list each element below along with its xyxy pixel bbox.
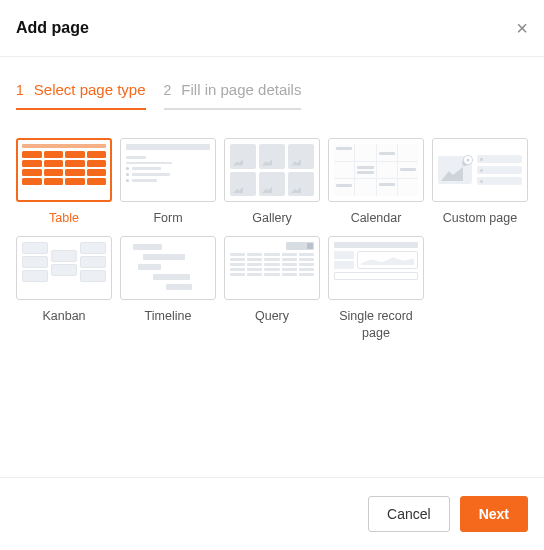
form-icon (120, 138, 216, 202)
option-label: Single record page (328, 308, 424, 341)
cancel-button[interactable]: Cancel (368, 496, 450, 532)
option-kanban[interactable]: Kanban (16, 236, 112, 341)
dialog-footer: Cancel Next (0, 477, 544, 550)
option-label: Timeline (145, 308, 192, 324)
gear-icon (462, 154, 474, 166)
wizard-steps: 1 Select page type 2 Fill in page detail… (0, 57, 544, 110)
option-timeline[interactable]: Timeline (120, 236, 216, 341)
svg-point-1 (467, 159, 470, 162)
kanban-icon (16, 236, 112, 300)
timeline-icon (120, 236, 216, 300)
option-custom-page[interactable]: Custom page (432, 138, 528, 226)
option-label: Gallery (252, 210, 292, 226)
custom-page-icon (432, 138, 528, 202)
option-label: Calendar (351, 210, 402, 226)
step-number: 2 (164, 82, 172, 98)
option-single-record-page[interactable]: Single record page (328, 236, 424, 341)
option-label: Kanban (42, 308, 85, 324)
close-icon[interactable]: × (516, 18, 528, 38)
step-label: Select page type (34, 81, 146, 98)
step-fill-in-details[interactable]: 2 Fill in page details (164, 81, 302, 110)
query-icon (224, 236, 320, 300)
gallery-icon (224, 138, 320, 202)
step-label: Fill in page details (181, 81, 301, 98)
page-type-grid: Table Form Gallery Calendar (0, 138, 544, 341)
option-label: Custom page (443, 210, 517, 226)
option-query[interactable]: Query (224, 236, 320, 341)
dialog-title: Add page (16, 19, 89, 37)
option-label: Query (255, 308, 289, 324)
calendar-icon (328, 138, 424, 202)
single-record-icon (328, 236, 424, 300)
step-number: 1 (16, 82, 24, 98)
step-select-page-type[interactable]: 1 Select page type (16, 81, 146, 110)
option-label: Form (153, 210, 182, 226)
option-gallery[interactable]: Gallery (224, 138, 320, 226)
next-button[interactable]: Next (460, 496, 528, 532)
dialog-header: Add page × (0, 0, 544, 57)
option-calendar[interactable]: Calendar (328, 138, 424, 226)
option-label: Table (49, 210, 79, 226)
table-icon (16, 138, 112, 202)
option-table[interactable]: Table (16, 138, 112, 226)
option-form[interactable]: Form (120, 138, 216, 226)
